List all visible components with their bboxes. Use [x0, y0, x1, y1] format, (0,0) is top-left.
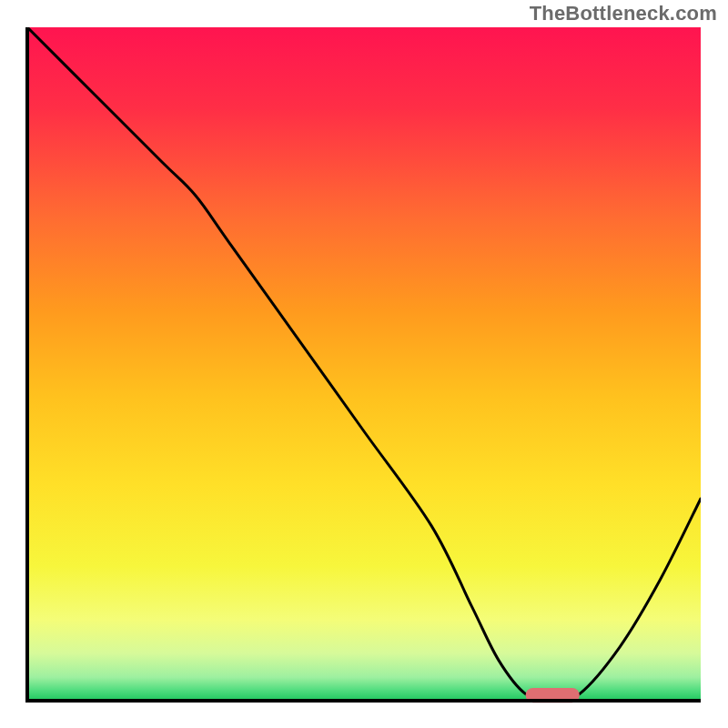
- bottleneck-chart: [0, 0, 728, 728]
- chart-container: TheBottleneck.com: [0, 0, 728, 728]
